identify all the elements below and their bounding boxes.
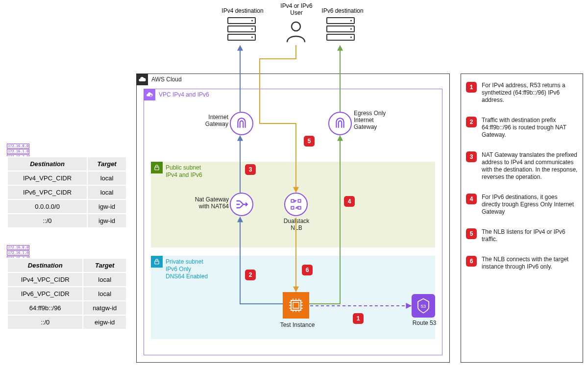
table-row: 0.0.0.0/0igw-id (7, 199, 126, 214)
nlb-icon (284, 193, 308, 216)
diagram-badge-4: 4 (344, 196, 355, 207)
private-subnet-label: Private subnet IPv6 Only DNS64 Enabled (166, 258, 208, 280)
user-icon (284, 20, 308, 45)
route53-label: Route 53 (410, 320, 439, 326)
diagram-badge-1: 1 (353, 313, 364, 324)
diagram-badge-2: 2 (245, 270, 256, 280)
egress-only-igw-label: Egress Only Internet Gateway (354, 110, 393, 130)
diagram-badge-5: 5 (304, 136, 315, 147)
aws-cloud-icon (136, 74, 148, 85)
aws-cloud-label: AWS Cloud (151, 76, 182, 83)
ipv6-dest-server-icon (326, 17, 355, 41)
test-instance-icon (283, 292, 309, 319)
internet-gateway-label: Internet Gateway (199, 114, 228, 127)
svg-rect-2 (155, 167, 159, 170)
nat-gateway-icon (230, 193, 253, 216)
table-row: ::/0eigw-id (7, 315, 126, 329)
svg-rect-9 (293, 302, 299, 308)
table-row: IPv6_VPC_CIDRlocal (7, 287, 126, 301)
svg-rect-5 (298, 199, 300, 202)
nat-gateway-label: Nat Gateway with NAT64 (187, 196, 229, 210)
table-row: DestinationTarget (7, 258, 126, 272)
public-subnet-label: Public subnet IPv4 and IPv6 (166, 164, 202, 179)
table-row: 64:ff9b::/96natgw-id (7, 301, 126, 315)
nlb-label: Dualstack NLB (282, 218, 311, 231)
route53-icon: 53 (412, 294, 435, 318)
ipv6-dest-label: IPv6 destination (316, 7, 369, 14)
legend-item: 3NAT Gateway translates the prefixed add… (466, 151, 578, 181)
legend-item: 4For IPv6 destinations, it goes directly… (466, 194, 578, 216)
legend-item: 6The NLB connects with the target instan… (466, 256, 578, 271)
legend-item: 5The NLB listens for IPv4 or IPv6 traffi… (466, 228, 578, 243)
ipv4-dest-label: IPv4 destination (216, 7, 270, 14)
svg-text:53: 53 (421, 304, 426, 309)
user-label: IPv4 or IPv6 User (274, 2, 318, 16)
table-row: DestinationTarget (7, 157, 126, 171)
svg-rect-8 (291, 300, 301, 310)
diagram-badge-6: 6 (302, 265, 313, 275)
table-row: IPv4_VPC_CIDRlocal (7, 272, 126, 287)
table-row: IPv4_VPC_CIDRlocal (7, 171, 126, 185)
svg-rect-6 (291, 206, 294, 209)
svg-rect-1 (150, 95, 152, 97)
diagram-badge-3: 3 (245, 164, 256, 175)
svg-rect-7 (298, 206, 300, 209)
ipv4-dest-server-icon (227, 17, 256, 41)
egress-only-igw-icon (328, 112, 352, 135)
table-row: ::/0igw-id (7, 214, 126, 228)
test-instance-label: Test Instance (275, 321, 319, 328)
public-subnet-icon (151, 162, 163, 173)
vpc-icon (144, 89, 155, 100)
private-route-table: DestinationTarget IPv4_VPC_CIDRlocal IPv… (7, 258, 127, 330)
vpc-label: VPC IPv4 and IPv6 (159, 91, 209, 98)
svg-rect-4 (291, 199, 294, 202)
legend-panel: 1For IPv4 address, R53 returns a synthet… (461, 74, 583, 363)
public-route-table: DestinationTarget IPv4_VPC_CIDRlocal IPv… (7, 156, 127, 228)
table-row: IPv6_VPC_CIDRlocal (7, 185, 126, 199)
legend-item: 1For IPv4 address, R53 returns a synthet… (466, 82, 578, 104)
svg-point-0 (292, 22, 300, 31)
private-subnet-icon (151, 256, 163, 268)
svg-rect-3 (155, 261, 159, 264)
internet-gateway-icon (230, 112, 253, 135)
legend-item: 2Traffic with destination prefix 64:ff9b… (466, 117, 578, 139)
